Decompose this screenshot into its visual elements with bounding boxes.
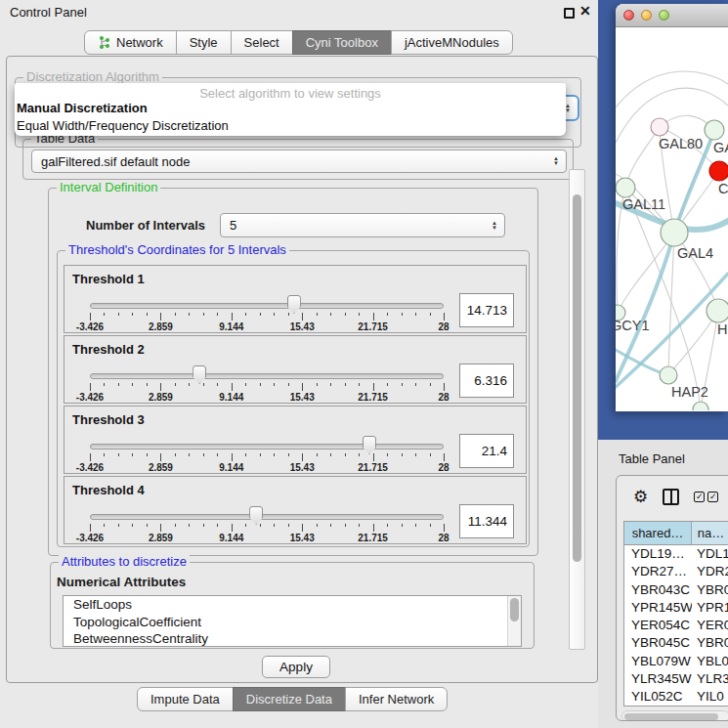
slider-thumb[interactable]	[193, 365, 206, 384]
tick-label: 2.859	[149, 392, 173, 403]
combo-stepper-icon[interactable]: ▲▼	[492, 221, 497, 231]
list-scrollbar[interactable]	[507, 596, 521, 646]
table-row[interactable]: YPR145WYPR1	[624, 599, 728, 617]
minimize-traffic-light-icon[interactable]	[641, 10, 652, 21]
cell-shared-name[interactable]: YLR345W	[624, 670, 692, 688]
table-row[interactable]: YDR27…YDR2	[624, 563, 728, 580]
cell-name[interactable]: YBR0	[692, 581, 728, 599]
cell-name[interactable]: YPR1	[692, 599, 728, 617]
node-label: GAL11	[622, 196, 665, 212]
network-node-c[interactable]	[709, 161, 728, 181]
tab-discretize-data[interactable]: Discretize Data	[233, 687, 346, 711]
cell-name[interactable]: YER0	[692, 617, 728, 634]
tab-style[interactable]: Style	[176, 30, 232, 55]
tab-jactivemnodules[interactable]: jActiveMNodules	[391, 30, 513, 55]
tab-label: Select	[244, 31, 279, 54]
network-node-h[interactable]	[707, 299, 728, 322]
table-panel: ⚙ ✓ ✓ shared… na… YDL19…YDL1YDR27…YDR2YB…	[616, 475, 728, 721]
tab-impute-data[interactable]: Impute Data	[137, 687, 234, 711]
numerical-attributes-list[interactable]: SelfLoopsTopologicalCoefficientBetweenne…	[63, 595, 522, 647]
network-node-gal4[interactable]	[661, 219, 688, 246]
cell-name[interactable]: YIL0	[692, 688, 728, 706]
num-intervals-label: Number of Intervals	[86, 218, 205, 233]
table-h-scrollbar-thumb[interactable]	[624, 713, 718, 720]
cell-name[interactable]: YBR0	[692, 634, 728, 652]
select-columns-icons[interactable]: ✓ ✓	[694, 492, 718, 502]
threshold-value-field[interactable]: 14.713	[459, 293, 514, 327]
combo-stepper-icon[interactable]: ▲▼	[553, 156, 559, 166]
node-label: C	[718, 181, 728, 196]
list-scrollbar-thumb[interactable]	[510, 598, 519, 621]
checkbox-icon[interactable]: ✓	[694, 492, 705, 502]
tab-label: Cyni Toolbox	[306, 31, 378, 54]
table-row[interactable]: YBL079WYBL0	[624, 653, 728, 670]
table-data-combobox-value: galFiltered.sif default node	[41, 154, 190, 169]
tab-cyni-toolbox[interactable]: Cyni Toolbox	[292, 30, 392, 55]
interval-definition-legend: Interval Definition	[57, 180, 160, 194]
threshold-value-field[interactable]: 21.4	[459, 434, 514, 468]
table-row[interactable]: YLR345WYLR3	[624, 670, 728, 688]
column-header-shared-name[interactable]: shared…	[624, 522, 692, 544]
cell-shared-name[interactable]: YBR045C	[624, 634, 692, 652]
cell-shared-name[interactable]: YBR043C	[624, 581, 692, 599]
threshold-value-field[interactable]: 6.316	[459, 364, 514, 398]
attribute-item-betweennesscentrality[interactable]: BetweennessCentrality	[64, 630, 521, 647]
slider-thumb[interactable]	[249, 506, 263, 525]
slider-thumb[interactable]	[363, 436, 376, 454]
table-row[interactable]: YBR043CYBR0	[624, 581, 728, 599]
table-row[interactable]: YBR045CYBR0	[624, 634, 728, 652]
node-label: GA	[713, 140, 728, 155]
network-node-hap2[interactable]	[660, 366, 677, 384]
panel-scrollbar[interactable]	[569, 169, 585, 650]
network-node-gal80[interactable]	[651, 118, 668, 136]
network-graph: GAL80GACGAL11GAL4GCY1HHAP2	[616, 27, 728, 410]
slider-track[interactable]	[90, 514, 444, 520]
network-window-titlebar[interactable]	[616, 4, 728, 27]
table-row[interactable]: YDL19…YDL1	[624, 545, 728, 563]
slider-track[interactable]	[90, 303, 444, 309]
table-row[interactable]: YER054CYER0	[624, 617, 728, 634]
gear-icon[interactable]: ⚙	[633, 487, 648, 507]
cell-name[interactable]: YDL1	[692, 545, 728, 563]
checkbox-icon[interactable]: ✓	[707, 492, 718, 502]
cell-name[interactable]: YLR3	[692, 670, 728, 688]
network-node[interactable]	[693, 402, 708, 410]
table-h-scrollbar[interactable]	[621, 710, 728, 721]
cell-shared-name[interactable]: YDR27…	[624, 563, 692, 580]
node-table[interactable]: shared… na… YDL19…YDL1YDR27…YDR2YBR043CY…	[623, 521, 728, 707]
tab-infer-network[interactable]: Infer Network	[345, 687, 448, 711]
network-canvas[interactable]: GAL80GACGAL11GAL4GCY1HHAP2	[616, 27, 728, 410]
close-icon[interactable]: ✕	[579, 3, 591, 19]
slider-track[interactable]	[90, 444, 444, 450]
panel-scrollbar-thumb[interactable]	[573, 194, 581, 562]
table-data-combobox[interactable]: galFiltered.sif default node ▲▼	[31, 150, 567, 173]
float-window-icon[interactable]	[564, 8, 575, 19]
close-traffic-light-icon[interactable]	[623, 10, 634, 21]
apply-button[interactable]: Apply	[262, 656, 330, 678]
cell-shared-name[interactable]: YPR145W	[624, 599, 692, 617]
cell-name[interactable]: YDR2	[692, 563, 728, 580]
columns-icon[interactable]	[663, 489, 679, 505]
slider-thumb[interactable]	[287, 295, 301, 314]
cell-name[interactable]: YBL0	[692, 653, 728, 670]
cell-shared-name[interactable]: YDL19…	[624, 545, 692, 563]
algorithm-option-equal-width-frequency-discretization[interactable]: Equal Width/Frequency Discretization	[15, 117, 566, 135]
column-header-name[interactable]: na…	[692, 522, 728, 544]
tab-select[interactable]: Select	[231, 30, 293, 55]
threshold-panel-4: Threshold 4-3.4262.8599.14415.4321.71528…	[64, 476, 527, 544]
slider-track[interactable]	[90, 373, 444, 379]
table-row[interactable]: YIL052CYIL0	[624, 688, 728, 706]
num-intervals-combobox[interactable]: 5 ▲▼	[220, 213, 505, 237]
tab-network[interactable]: Network	[84, 30, 177, 55]
network-node-ga[interactable]	[705, 120, 724, 140]
node-label: GAL80	[659, 136, 703, 151]
cell-shared-name[interactable]: YER054C	[624, 617, 692, 634]
attribute-item-topologicalcoefficient[interactable]: TopologicalCoefficient	[64, 614, 521, 631]
cell-shared-name[interactable]: YIL052C	[624, 688, 692, 706]
threshold-value-field[interactable]: 11.344	[459, 504, 514, 538]
algorithm-option-manual-discretization[interactable]: Manual Discretization	[15, 100, 566, 117]
zoom-traffic-light-icon[interactable]	[659, 10, 669, 21]
cell-shared-name[interactable]: YBL079W	[624, 653, 692, 670]
attribute-item-selfloops[interactable]: SelfLoops	[64, 596, 521, 614]
network-node-gal11[interactable]	[616, 178, 635, 197]
